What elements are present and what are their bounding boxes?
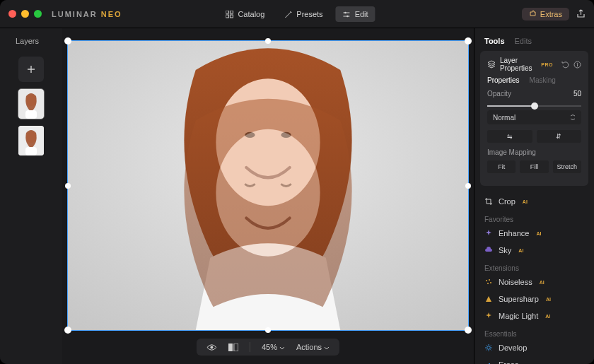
maximize-window-button[interactable] <box>34 10 42 18</box>
svg-rect-19 <box>234 344 238 351</box>
svg-rect-2 <box>226 15 228 18</box>
flip-vertical-button[interactable]: ⇵ <box>537 130 582 143</box>
sliders-icon <box>343 11 351 18</box>
tool-enhance[interactable]: EnhanceAI <box>474 225 594 242</box>
tool-noiseless[interactable]: NoiselessAI <box>474 274 594 290</box>
layer-properties-panel: Layer Properties PRO Properties Masking … <box>480 51 588 186</box>
layers-header: Layers <box>0 37 39 45</box>
svg-point-17 <box>210 346 213 348</box>
tab-edits[interactable]: Edits <box>515 37 532 45</box>
svg-rect-0 <box>226 11 228 13</box>
edit-tab[interactable]: Edit <box>336 6 375 22</box>
blend-mode-value: Normal <box>493 114 516 122</box>
cloud-icon <box>484 246 493 254</box>
map-fill-button[interactable]: Fill <box>520 160 548 173</box>
tool-sky[interactable]: SkyAI <box>474 242 594 259</box>
map-stretch-button[interactable]: Stretch <box>553 160 581 173</box>
toolbar-separator <box>250 342 250 352</box>
svg-point-4 <box>344 11 346 13</box>
svg-point-5 <box>346 15 349 17</box>
opacity-slider[interactable] <box>487 102 581 110</box>
layers-panel: Layers <box>0 28 62 364</box>
triangle-icon <box>484 295 493 303</box>
layer-properties-title: Layer Properties <box>500 57 537 72</box>
canvas[interactable] <box>68 41 468 330</box>
svg-rect-1 <box>230 11 233 13</box>
transform-handle-tl[interactable] <box>64 37 71 45</box>
title-bar-right: Extras <box>522 8 586 20</box>
extras-button[interactable]: Extras <box>522 8 569 20</box>
transform-handle-r[interactable] <box>465 183 471 189</box>
transform-handle-t[interactable] <box>265 38 271 44</box>
tool-supersharp[interactable]: SupersharpAI <box>474 290 594 307</box>
presets-label: Presets <box>296 10 322 18</box>
svg-rect-3 <box>230 15 233 18</box>
minimize-window-button[interactable] <box>21 10 29 18</box>
canvas-area: 45% Actions <box>62 28 474 364</box>
sun-icon <box>484 344 493 352</box>
app-window: LUMINAR NEO Catalog Presets Edit <box>0 0 594 364</box>
svg-point-25 <box>487 283 489 284</box>
svg-point-23 <box>486 280 487 281</box>
opacity-label: Opacity <box>487 90 511 98</box>
layer-thumb-2[interactable] <box>18 126 44 155</box>
app-body: Layers <box>0 28 594 364</box>
map-fit-button[interactable]: Fit <box>487 160 516 173</box>
undo-icon[interactable] <box>561 61 569 69</box>
extras-label: Extras <box>540 10 562 18</box>
tool-crop[interactable]: CropAI <box>474 193 594 210</box>
svg-point-24 <box>489 279 490 281</box>
svg-rect-8 <box>25 110 37 119</box>
zoom-dropdown[interactable]: 45% <box>262 343 285 351</box>
flip-horizontal-button[interactable]: ⇋ <box>487 130 532 143</box>
grid-icon <box>226 11 233 18</box>
transform-handle-tr[interactable] <box>465 37 472 45</box>
info-icon[interactable] <box>573 61 581 69</box>
opacity-value: 50 <box>573 90 581 98</box>
tool-magic-light[interactable]: Magic LightAI <box>474 307 594 324</box>
group-extensions: Extensions <box>474 259 594 274</box>
canvas-toolbar: 45% Actions <box>197 339 339 356</box>
app-logo: LUMINAR NEO <box>52 10 122 18</box>
share-icon[interactable] <box>576 9 586 18</box>
puzzle-icon <box>529 10 537 18</box>
image-mapping-label: Image Mapping <box>487 148 581 156</box>
svg-point-26 <box>490 282 491 283</box>
canvas-image <box>68 41 468 330</box>
tab-tools[interactable]: Tools <box>484 37 505 45</box>
crop-icon <box>484 197 493 206</box>
right-panel-tabs: Tools Edits <box>474 28 594 51</box>
top-mode-switch: Catalog Presets Edit <box>219 0 375 28</box>
blend-mode-select[interactable]: Normal <box>487 110 581 124</box>
close-window-button[interactable] <box>8 10 16 18</box>
tool-erase[interactable]: Erase <box>474 356 594 364</box>
window-controls <box>8 10 42 18</box>
actions-dropdown[interactable]: Actions <box>296 343 330 351</box>
tool-develop[interactable]: Develop <box>474 339 594 356</box>
transform-handle-bl[interactable] <box>64 327 71 334</box>
transform-handle-l[interactable] <box>65 183 71 189</box>
subtab-masking[interactable]: Masking <box>530 76 556 84</box>
transform-handle-b[interactable] <box>265 327 271 333</box>
right-panel: Tools Edits Layer Properties PRO <box>474 28 594 364</box>
noise-icon <box>484 278 493 286</box>
layer-thumb-1[interactable] <box>18 89 44 119</box>
catalog-label: Catalog <box>238 10 264 18</box>
transform-handle-br[interactable] <box>465 327 472 334</box>
logo-text-2: NEO <box>98 10 122 18</box>
svg-rect-22 <box>577 64 578 66</box>
subtab-properties[interactable]: Properties <box>487 76 520 84</box>
title-bar: LUMINAR NEO Catalog Presets Edit <box>0 0 594 28</box>
svg-point-21 <box>577 62 578 64</box>
catalog-tab[interactable]: Catalog <box>219 6 272 22</box>
group-essentials: Essentials <box>474 324 594 339</box>
svg-point-27 <box>487 346 491 350</box>
star-icon <box>484 312 493 320</box>
eye-icon[interactable] <box>206 344 217 351</box>
add-layer-button[interactable] <box>18 57 44 82</box>
presets-tab[interactable]: Presets <box>277 6 330 22</box>
group-favorites: Favorites <box>474 210 594 225</box>
compare-icon[interactable] <box>228 344 238 351</box>
eraser-icon <box>484 360 493 364</box>
svg-rect-11 <box>25 147 37 155</box>
